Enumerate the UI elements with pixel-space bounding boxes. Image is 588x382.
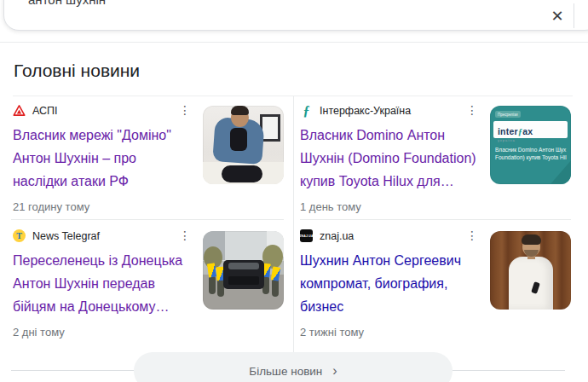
news-card[interactable]: ZNAJ.UA znaj.ua ⋮ Шухнин Антон Сергеевич… xyxy=(300,229,571,339)
thumbnail-art xyxy=(228,276,259,285)
article-thumbnail[interactable]: Пресрелізи interƒax україна Власник Domi… xyxy=(490,106,571,184)
thumbnail-art xyxy=(524,250,539,257)
more-news-button[interactable]: Більше новин › xyxy=(134,352,453,382)
news-card[interactable]: T News Telegraf ⋮ Переселенець із Донець… xyxy=(13,229,284,339)
source-name: znaj.ua xyxy=(320,230,354,242)
thumbnail-art xyxy=(231,106,249,115)
source-name: Інтерфакс-Україна xyxy=(320,105,411,117)
article-timestamp: 1 день тому xyxy=(300,200,481,213)
row-divider xyxy=(300,219,571,220)
thumbnail-art xyxy=(222,165,262,182)
news-card[interactable]: ƒ Інтерфакс-Україна ⋮ Власник Domino Ант… xyxy=(300,103,571,213)
article-title-link[interactable]: Власник мережі "Доміно" Антон Шухнін – п… xyxy=(13,124,193,193)
search-bar[interactable]: антон шухнін xyxy=(3,0,588,31)
thumbnail-caption: Власник Domino Антон Шух Foundation) куп… xyxy=(495,146,570,161)
news-card[interactable]: АСПІ ⋮ Власник мережі "Доміно" Антон Шух… xyxy=(13,103,284,213)
thumbnail-art xyxy=(228,263,259,269)
interfax-logo-icon: ƒ xyxy=(300,104,313,117)
thumbnail-art xyxy=(559,159,571,184)
article-thumbnail[interactable] xyxy=(203,106,284,184)
article-title-link[interactable]: Шухнин Антон Сергеевич компромат, биогра… xyxy=(300,249,481,318)
article-title-link[interactable]: Власник Domino Антон Шухнін (Domino Foun… xyxy=(300,124,481,193)
thumbnail-art xyxy=(509,257,553,310)
card-menu-icon[interactable]: ⋮ xyxy=(179,229,191,243)
card-menu-icon[interactable]: ⋮ xyxy=(466,229,478,243)
source-name: АСПІ xyxy=(32,105,58,117)
interfax-wordmark: interƒax україна xyxy=(493,121,568,138)
card-menu-icon[interactable]: ⋮ xyxy=(179,103,191,118)
more-news-label: Більше новин xyxy=(249,365,322,378)
news-telegraf-logo-icon: T xyxy=(13,229,26,242)
znaj-logo-icon: ZNAJ.UA xyxy=(300,229,313,242)
source-name: News Telegraf xyxy=(32,230,100,242)
column-divider xyxy=(293,96,294,352)
header-divider xyxy=(0,42,588,43)
chevron-right-icon: › xyxy=(332,364,337,378)
article-thumbnail[interactable] xyxy=(203,231,284,310)
article-thumbnail[interactable] xyxy=(490,231,571,310)
card-menu-icon[interactable]: ⋮ xyxy=(466,103,478,118)
search-input[interactable]: антон шухнін xyxy=(28,0,106,7)
thumbnail-art xyxy=(209,275,216,294)
clear-search-icon[interactable]: ✕ xyxy=(546,5,568,27)
article-title-link[interactable]: Переселенець із Донецька Антон Шухнін пе… xyxy=(13,249,193,318)
news-results-page: антон шухнін ✕ Головні новини АСПІ ⋮ Вла… xyxy=(0,0,588,382)
thumbnail-art xyxy=(230,128,247,151)
thumbnail-tag: Пресрелізи xyxy=(495,111,521,118)
article-timestamp: 2 дні тому xyxy=(13,326,194,339)
article-timestamp: 2 тижні тому xyxy=(300,326,481,339)
thumbnail-art xyxy=(522,234,541,245)
row-divider xyxy=(11,219,284,220)
ukraine-flag-art xyxy=(271,266,281,281)
search-bar-separator xyxy=(574,3,574,28)
aspi-logo-icon xyxy=(13,104,26,117)
section-title: Головні новини xyxy=(14,61,140,81)
article-timestamp: 21 годину тому xyxy=(13,200,194,213)
